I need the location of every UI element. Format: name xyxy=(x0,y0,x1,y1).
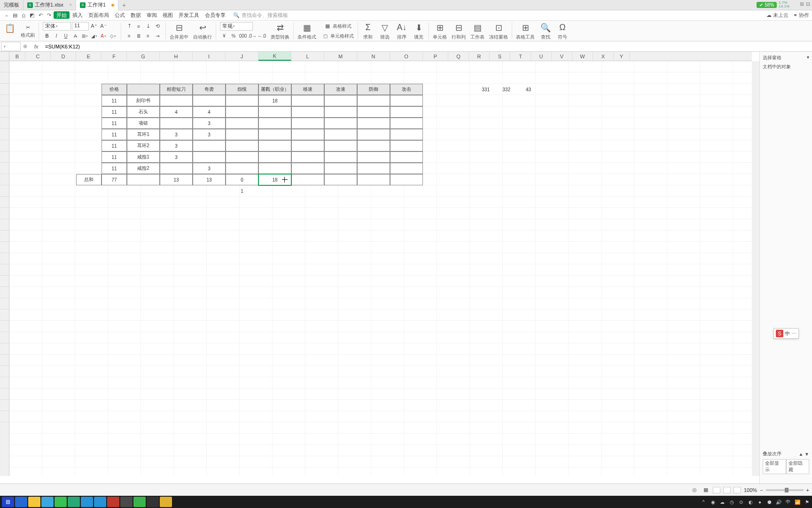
row-header[interactable] xyxy=(0,355,9,366)
cell[interactable]: 价格 xyxy=(102,84,127,95)
row-header[interactable] xyxy=(0,185,9,197)
cell[interactable] xyxy=(258,151,291,163)
cell[interactable] xyxy=(390,118,423,129)
zoom-namebox-icon[interactable]: ⊕ xyxy=(21,43,29,49)
align-top-icon[interactable]: ⤒ xyxy=(125,22,133,31)
freeze-icon[interactable]: ⊡ xyxy=(492,22,505,34)
col-header-O[interactable]: O xyxy=(390,52,423,61)
col-header-E[interactable]: E xyxy=(76,52,102,61)
order-down-icon[interactable]: ▼ xyxy=(804,452,809,457)
font-select[interactable]: 宋体▾ xyxy=(43,22,71,31)
cell[interactable] xyxy=(160,95,193,106)
align-right-icon[interactable]: ≡ xyxy=(144,32,152,40)
cell[interactable] xyxy=(357,129,390,140)
type-convert-icon[interactable]: ⇄ xyxy=(274,22,286,34)
cloud-status[interactable]: ☁ 未上云 xyxy=(766,12,789,19)
cell[interactable] xyxy=(291,129,324,140)
tab-workbook1[interactable]: S 工作簿1 xyxy=(76,0,118,10)
cell[interactable] xyxy=(390,129,423,140)
row-header[interactable] xyxy=(0,61,9,72)
tray-ico[interactable]: ◉ xyxy=(710,499,716,505)
stat-icon-1[interactable]: ◎ xyxy=(690,486,699,494)
cell[interactable] xyxy=(357,174,390,185)
sort-icon[interactable]: A↓ xyxy=(396,22,408,34)
zoom-out-icon[interactable]: − xyxy=(760,487,763,493)
row-header[interactable] xyxy=(0,242,9,253)
cell[interactable]: 戒指1 xyxy=(127,151,160,163)
underline-icon[interactable]: U xyxy=(62,32,70,40)
align-mid-icon[interactable]: ≡ xyxy=(134,22,143,31)
row-header[interactable] xyxy=(0,72,9,84)
col-header-R[interactable]: R xyxy=(469,52,490,61)
taskbar-app-9[interactable] xyxy=(133,497,146,507)
cell[interactable] xyxy=(324,174,357,185)
view-page-icon[interactable] xyxy=(723,487,731,493)
taskbar-app-3[interactable] xyxy=(55,497,67,507)
cell[interactable]: 耳环1 xyxy=(127,129,160,140)
font-size-select[interactable]: 11 xyxy=(72,22,89,31)
menu-页面布局[interactable]: 页面布局 xyxy=(86,11,112,19)
cell[interactable] xyxy=(291,140,324,151)
col-header-P[interactable]: P xyxy=(423,52,448,61)
cell[interactable]: 屠戮（职业） xyxy=(258,84,291,95)
cell[interactable] xyxy=(258,118,291,129)
taskbar-app-8[interactable] xyxy=(120,497,133,507)
cell[interactable] xyxy=(258,106,291,118)
row-header[interactable] xyxy=(0,332,9,343)
menu-会员专享[interactable]: 会员专享 xyxy=(202,11,228,19)
cell[interactable] xyxy=(291,95,324,106)
cell[interactable] xyxy=(390,106,423,118)
shrink-font-icon[interactable]: A⁻ xyxy=(99,22,108,31)
cell[interactable] xyxy=(324,163,357,174)
spreadsheet-grid[interactable]: BCDEFGHIJKLMNOPQRSTUVWXY 价格精密短刀奇袭怨恨屠戮（职业… xyxy=(0,52,759,476)
print-icon[interactable]: ⎙ xyxy=(20,12,27,19)
row-header[interactable] xyxy=(0,253,9,264)
pane-menu-icon[interactable]: ▾ xyxy=(807,55,809,61)
col-header-D[interactable]: D xyxy=(51,52,76,61)
tray-net-icon[interactable]: 📶 xyxy=(794,499,801,505)
cell[interactable] xyxy=(226,95,258,106)
cell[interactable]: 戒指2 xyxy=(127,163,160,174)
cell[interactable] xyxy=(258,129,291,140)
currency-icon[interactable]: ¥ xyxy=(220,32,228,40)
cell[interactable]: 11 xyxy=(102,151,127,163)
app-menu-icon[interactable]: ▤ xyxy=(11,12,19,19)
cut-icon[interactable]: ✂ xyxy=(23,24,32,32)
cell[interactable]: 43 xyxy=(510,84,531,95)
align-bot-icon[interactable]: ⤓ xyxy=(144,22,152,31)
select-all-corner[interactable] xyxy=(0,52,9,61)
strike-icon[interactable]: A̶ xyxy=(71,32,79,40)
cell[interactable] xyxy=(357,163,390,174)
cell[interactable]: 11 xyxy=(102,118,127,129)
row-header[interactable] xyxy=(0,411,9,422)
tray-ico[interactable]: ◐ xyxy=(747,499,754,505)
col-header-S[interactable]: S xyxy=(490,52,510,61)
cell[interactable]: 3 xyxy=(160,151,193,163)
cell[interactable]: 13 xyxy=(160,174,193,185)
row-header[interactable] xyxy=(0,197,9,208)
menu-插入[interactable]: 插入 xyxy=(70,11,86,19)
table-tools-icon[interactable]: ⊞ xyxy=(519,22,531,34)
row-header[interactable] xyxy=(0,129,9,140)
menu-公式[interactable]: 公式 xyxy=(112,11,128,19)
ime-more-icon[interactable]: ⋯ xyxy=(791,331,796,337)
row-header[interactable] xyxy=(0,118,9,129)
undo-icon[interactable]: ↶ xyxy=(37,12,44,19)
collab-button[interactable]: ⚭ 协作 xyxy=(793,12,809,19)
cell[interactable] xyxy=(324,140,357,151)
row-header[interactable] xyxy=(0,151,9,163)
highlight-icon[interactable]: ◇▾ xyxy=(109,32,117,40)
show-all-button[interactable]: 全部显示 xyxy=(763,459,786,474)
stat-icon-2[interactable]: ▦ xyxy=(702,486,710,494)
symbol-icon[interactable]: Ω xyxy=(556,22,569,34)
cell[interactable]: 奇袭 xyxy=(193,84,226,95)
window-layout-icon[interactable]: ⊞ xyxy=(800,1,804,7)
menu-审阅[interactable]: 审阅 xyxy=(144,11,160,19)
row-header[interactable] xyxy=(0,310,9,321)
cell[interactable]: 331 xyxy=(469,84,490,95)
cell[interactable]: 刻印书 xyxy=(127,95,160,106)
cell[interactable] xyxy=(193,95,226,106)
cell[interactable] xyxy=(258,140,291,151)
redo-icon[interactable]: ↷ xyxy=(45,12,53,19)
col-header-Y[interactable]: Y xyxy=(614,52,630,61)
